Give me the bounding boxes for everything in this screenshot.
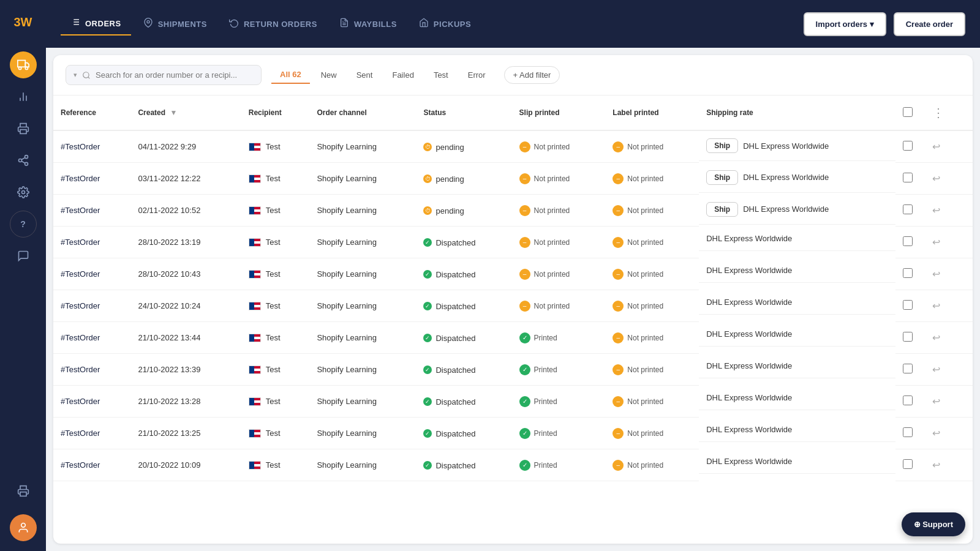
- cell-order-channel: Shopify Learning: [309, 449, 416, 481]
- status-badge: ✓ Dispatched: [423, 334, 475, 343]
- label-printed-badge: – Not printed: [612, 396, 663, 407]
- cell-reference[interactable]: #TestOrder: [53, 354, 130, 386]
- cell-action: ↩: [920, 449, 973, 481]
- row-action-button[interactable]: ↩: [927, 425, 945, 441]
- cell-reference[interactable]: #TestOrder: [53, 322, 130, 354]
- order-reference-link[interactable]: #TestOrder: [61, 142, 100, 151]
- select-all-checkbox[interactable]: [903, 107, 913, 117]
- cell-reference[interactable]: #TestOrder: [53, 449, 130, 481]
- filter-tab-test[interactable]: Test: [425, 67, 457, 83]
- svg-point-1: [18, 67, 21, 69]
- cell-select: [895, 195, 920, 227]
- row-action-button[interactable]: ↩: [927, 361, 945, 378]
- filter-tab-all[interactable]: All 62: [271, 66, 310, 84]
- search-input[interactable]: [96, 70, 243, 80]
- cell-select: [895, 130, 920, 163]
- row-checkbox[interactable]: [903, 236, 913, 246]
- row-checkbox[interactable]: [903, 459, 913, 469]
- filter-tab-error[interactable]: Error: [459, 67, 494, 83]
- search-dropdown-arrow[interactable]: ▾: [74, 71, 77, 79]
- order-reference-link[interactable]: #TestOrder: [61, 460, 100, 470]
- nav-return-orders[interactable]: RETURN ORDERS: [219, 13, 327, 35]
- slip-dot-icon: –: [519, 301, 530, 312]
- cell-reference[interactable]: #TestOrder: [53, 258, 130, 290]
- cell-reference[interactable]: #TestOrder: [53, 290, 130, 322]
- order-reference-link[interactable]: #TestOrder: [61, 333, 100, 342]
- cell-recipient: Test: [241, 195, 310, 227]
- sidebar-icon-print2[interactable]: [10, 478, 37, 504]
- filter-tab-failed[interactable]: Failed: [383, 67, 422, 83]
- sidebar-icon-analytics[interactable]: [10, 83, 37, 110]
- filter-bar: ▾ All 62 New Sent Failed Test Error + Ad…: [53, 55, 973, 96]
- table-row: #TestOrder21/10-2022 13:28 Test Shopify …: [53, 386, 973, 418]
- row-action-button[interactable]: ↩: [927, 266, 945, 282]
- cell-shipping-rate: DHL Express Worldwide: [699, 386, 895, 410]
- sidebar-icon-print[interactable]: [10, 115, 37, 142]
- nav-shipments[interactable]: SHIPMENTS: [134, 13, 217, 35]
- sidebar-icon-help[interactable]: ?: [10, 211, 37, 238]
- label-printed-badge: – Not printed: [612, 364, 663, 375]
- cell-reference[interactable]: #TestOrder: [53, 163, 130, 195]
- row-checkbox[interactable]: [903, 395, 913, 405]
- sidebar-icon-shipping[interactable]: [10, 51, 37, 78]
- col-created[interactable]: Created ▼: [130, 96, 241, 130]
- row-checkbox[interactable]: [903, 173, 913, 182]
- cell-reference[interactable]: #TestOrder: [53, 227, 130, 258]
- cell-reference[interactable]: #TestOrder: [53, 195, 130, 227]
- nav-orders[interactable]: ORDERS: [61, 12, 131, 36]
- table-more-button[interactable]: ⋮: [927, 104, 949, 121]
- cell-reference[interactable]: #TestOrder: [53, 418, 130, 449]
- order-reference-link[interactable]: #TestOrder: [61, 365, 100, 374]
- row-action-button[interactable]: ↩: [927, 234, 945, 250]
- nav-waybills[interactable]: WAYBILLS: [330, 13, 407, 35]
- table-row: #TestOrder21/10-2022 13:25 Test Shopify …: [53, 418, 973, 449]
- ship-button[interactable]: Ship: [706, 138, 738, 153]
- row-checkbox[interactable]: [903, 204, 913, 214]
- row-action-button[interactable]: ↩: [927, 138, 945, 155]
- row-checkbox[interactable]: [903, 427, 913, 437]
- filter-tab-new[interactable]: New: [312, 67, 345, 83]
- ship-button[interactable]: Ship: [706, 202, 738, 217]
- add-filter-button[interactable]: + Add filter: [504, 66, 560, 84]
- order-reference-link[interactable]: #TestOrder: [61, 429, 100, 438]
- row-checkbox[interactable]: [903, 268, 913, 278]
- order-reference-link[interactable]: #TestOrder: [61, 397, 100, 406]
- sidebar-icon-nodes[interactable]: [10, 147, 37, 174]
- ship-button[interactable]: Ship: [706, 170, 738, 185]
- sidebar-icon-chat[interactable]: [10, 242, 37, 269]
- cell-reference[interactable]: #TestOrder: [53, 386, 130, 418]
- row-action-button[interactable]: ↩: [927, 457, 945, 473]
- row-checkbox[interactable]: [903, 141, 913, 151]
- order-reference-link[interactable]: #TestOrder: [61, 238, 100, 247]
- label-dot-icon: –: [612, 141, 624, 152]
- support-button[interactable]: ⊕ Support: [902, 512, 965, 536]
- row-checkbox[interactable]: [903, 332, 913, 342]
- label-dot-icon: –: [612, 364, 624, 375]
- row-checkbox[interactable]: [903, 300, 913, 310]
- order-reference-link[interactable]: #TestOrder: [61, 269, 100, 279]
- label-printed-label: Not printed: [627, 334, 663, 342]
- order-reference-link[interactable]: #TestOrder: [61, 206, 100, 215]
- create-order-button[interactable]: Create order: [894, 12, 965, 36]
- row-action-button[interactable]: ↩: [927, 393, 945, 410]
- table-row: #TestOrder02/11-2022 10:52 Test Shopify …: [53, 195, 973, 227]
- cell-label-printed: – Not printed: [605, 386, 699, 418]
- row-action-button[interactable]: ↩: [927, 298, 945, 314]
- nav-pickups[interactable]: PICKUPS: [409, 13, 481, 35]
- slip-dot-icon: ✓: [519, 460, 530, 471]
- filter-tab-sent[interactable]: Sent: [348, 67, 382, 83]
- shipments-icon: [143, 18, 153, 30]
- sidebar-icon-avatar[interactable]: [10, 514, 37, 541]
- cell-reference[interactable]: #TestOrder: [53, 130, 130, 163]
- import-orders-button[interactable]: Import orders ▾: [804, 12, 886, 36]
- status-badge: ⏱ pending: [423, 174, 464, 184]
- slip-printed-badge: ✓ Printed: [519, 460, 557, 471]
- row-action-button[interactable]: ↩: [927, 170, 945, 187]
- col-select-all[interactable]: [895, 96, 920, 130]
- row-action-button[interactable]: ↩: [927, 329, 945, 346]
- order-reference-link[interactable]: #TestOrder: [61, 301, 100, 310]
- row-checkbox[interactable]: [903, 364, 913, 373]
- sidebar-icon-settings[interactable]: [10, 179, 37, 206]
- order-reference-link[interactable]: #TestOrder: [61, 174, 100, 183]
- row-action-button[interactable]: ↩: [927, 202, 945, 219]
